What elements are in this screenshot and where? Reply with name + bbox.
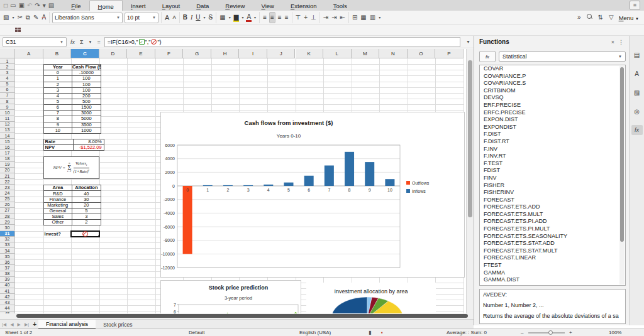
- sum-dropdown-icon[interactable]: ▼: [87, 40, 94, 44]
- decrease-indent-icon[interactable]: ⇤: [340, 13, 346, 23]
- function-list-item[interactable]: F.TEST: [480, 160, 625, 168]
- selection-mode-icon[interactable]: ▮: [369, 330, 371, 335]
- table-cell[interactable]: 100: [72, 82, 101, 87]
- document-modified-icon[interactable]: ▪: [381, 330, 383, 335]
- underline-icon[interactable]: U: [195, 13, 201, 23]
- column-header-K[interactable]: K: [296, 49, 324, 58]
- paste-dropdown-icon[interactable]: ▾: [11, 13, 14, 23]
- row-header-32[interactable]: 32: [0, 237, 15, 242]
- table-cell[interactable]: 1000: [72, 127, 101, 133]
- table-cell[interactable]: 7: [43, 111, 72, 116]
- menu-tab-extension[interactable]: Extension: [282, 0, 325, 11]
- bar-inflows-year-2[interactable]: [223, 185, 233, 186]
- average-sum-status[interactable]: Average: : Sum: 0: [447, 330, 487, 335]
- table-cell[interactable]: 100: [72, 87, 101, 93]
- column-header-B[interactable]: B: [43, 49, 72, 58]
- new-document-icon[interactable]: □: [4, 1, 8, 10]
- borders-icon[interactable]: ▦: [219, 13, 226, 23]
- merge-cells-icon[interactable]: ⊞: [352, 13, 358, 23]
- table-cell[interactable]: 40: [72, 191, 101, 197]
- align-vcenter-icon[interactable]: +: [303, 13, 308, 23]
- row-header-40[interactable]: 40: [0, 283, 15, 288]
- table-cell[interactable]: Other: [43, 220, 72, 225]
- row-header-31[interactable]: 31: [0, 231, 15, 237]
- row-header-36[interactable]: 36: [0, 259, 15, 265]
- function-list-item[interactable]: GAMMA: [480, 269, 625, 277]
- bar-outflows-year-0[interactable]: [183, 186, 192, 254]
- function-list-item[interactable]: F.INV.RT: [480, 153, 625, 160]
- table-cell[interactable]: Marketing: [43, 202, 72, 208]
- row-header-42[interactable]: 42: [0, 294, 15, 300]
- table-cell[interactable]: 8: [43, 116, 72, 122]
- pie-chart-object[interactable]: Investment allocation by areaR&DFinanceM…: [306, 283, 436, 317]
- function-list-item[interactable]: FORECAST.ETS.ADD: [480, 203, 625, 211]
- function-list-item[interactable]: FORECAST.ETS.STAT.MULT: [480, 247, 625, 255]
- function-wizard-button[interactable]: fx: [69, 39, 76, 45]
- function-list-item[interactable]: GAMMA.DIST: [480, 276, 625, 284]
- bold-icon[interactable]: B: [182, 13, 188, 23]
- align-bottom-icon[interactable]: ⊥: [310, 13, 317, 23]
- bar-inflows-year-6[interactable]: [304, 176, 314, 186]
- undo-icon[interactable]: ↶: [27, 1, 32, 10]
- row-header-10[interactable]: 10: [0, 110, 15, 116]
- row-header-43[interactable]: 43: [0, 300, 15, 305]
- row-header-37[interactable]: 37: [0, 265, 15, 271]
- line-chart-object[interactable]: Stock price prediction3-year period01234…: [160, 280, 301, 317]
- table-cell[interactable]: Area: [43, 185, 72, 191]
- function-list-item[interactable]: FTEST: [480, 262, 625, 269]
- column-header-I[interactable]: I: [239, 49, 267, 58]
- cash-flow-table[interactable]: YearCash Flow ($)0-100001100210031004200…: [43, 64, 101, 134]
- font-size-combo[interactable]: 10 pt▼: [125, 13, 158, 23]
- column-header-O[interactable]: O: [408, 49, 436, 58]
- table-cell[interactable]: R&D: [43, 191, 72, 197]
- name-box[interactable]: C31▼: [3, 37, 67, 47]
- function-list-item[interactable]: FORECAST: [480, 197, 625, 204]
- column-header-E[interactable]: E: [127, 49, 155, 58]
- row-header-16[interactable]: 16: [0, 144, 15, 150]
- invest-label-cell[interactable]: Invest?: [43, 231, 72, 237]
- table-cell[interactable]: 1: [43, 76, 72, 82]
- row-header-41[interactable]: 41: [0, 288, 15, 294]
- row-header-34[interactable]: 34: [0, 248, 15, 254]
- row-header-18[interactable]: 18: [0, 156, 15, 162]
- row-header-39[interactable]: 39: [0, 277, 15, 283]
- search-icon[interactable]: [586, 13, 593, 23]
- page-style[interactable]: Default: [189, 330, 204, 335]
- table-cell[interactable]: 10: [43, 127, 72, 133]
- function-list-item[interactable]: CRITBINOM: [480, 87, 625, 95]
- functions-icon[interactable]: fx: [631, 125, 643, 135]
- menu-tab-review[interactable]: Review: [217, 0, 253, 11]
- underline-dropdown-icon[interactable]: ▾: [203, 13, 206, 23]
- bar-chart-object[interactable]: Cash flows from investment ($)Years 0-10…: [160, 112, 465, 278]
- increase-font-size-icon[interactable]: A: [164, 13, 170, 23]
- copy-icon[interactable]: ⧉: [25, 13, 31, 23]
- menu-tab-file[interactable]: File: [63, 0, 89, 11]
- table-cell[interactable]: 200: [72, 93, 101, 99]
- function-category-select[interactable]: Statistical▼: [499, 51, 626, 62]
- row-header-4[interactable]: 4: [0, 75, 15, 81]
- last-sheet-icon[interactable]: ▶|: [23, 320, 31, 329]
- table-cell[interactable]: 8.00%: [74, 139, 104, 145]
- redo-dropdown-icon[interactable]: ▾: [43, 1, 46, 10]
- gallery-icon[interactable]: ▨: [631, 87, 643, 97]
- column-header-P[interactable]: P: [435, 49, 464, 58]
- properties-icon[interactable]: ▤: [631, 50, 643, 60]
- row-header-1[interactable]: 1: [0, 58, 15, 64]
- save-icon[interactable]: ▣: [19, 1, 25, 10]
- column-header-H[interactable]: H: [211, 49, 240, 58]
- selected-cell-c31[interactable]: [70, 230, 100, 237]
- table-cell[interactable]: -10000: [72, 70, 101, 76]
- row-header-5[interactable]: 5: [0, 82, 15, 87]
- bar-inflows-year-5[interactable]: [284, 183, 294, 186]
- function-list-item[interactable]: COVAR: [480, 65, 625, 73]
- bar-inflows-year-4[interactable]: [264, 185, 273, 186]
- npv-formula-image[interactable]: NPV = nΣt=1 Valuest (1+Rate)t: [43, 156, 99, 180]
- table-cell[interactable]: 6: [43, 105, 72, 111]
- row-header-20[interactable]: 20: [0, 168, 15, 173]
- clone-formatting-icon[interactable]: ✎: [33, 13, 39, 23]
- menu-tab-data[interactable]: Data: [188, 0, 217, 11]
- open-file-icon[interactable]: ▭: [10, 1, 16, 10]
- table-cell[interactable]: General: [43, 208, 72, 214]
- table-cell[interactable]: 5: [72, 208, 101, 214]
- grid-corner[interactable]: [0, 49, 15, 58]
